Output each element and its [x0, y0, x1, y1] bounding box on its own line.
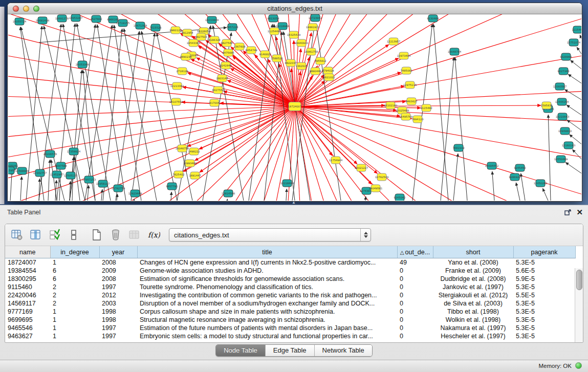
- graph-node[interactable]: 9097588: [55, 162, 67, 169]
- graph-node[interactable]: 9146821: [259, 51, 271, 58]
- cell-title[interactable]: Embryonic stem cells: a model to study s…: [137, 332, 397, 340]
- cell-short[interactable]: Nakamura et al. (1997): [433, 324, 513, 332]
- graph-node[interactable]: 12923448: [128, 190, 142, 197]
- graph-node[interactable]: 12342757: [33, 169, 47, 177]
- graph-node[interactable]: 14671368: [134, 22, 147, 29]
- cell-out-degree[interactable]: 0: [397, 291, 433, 299]
- graph-node[interactable]: 8454749: [245, 47, 257, 54]
- cell-short[interactable]: Yano et al. (2008): [433, 258, 513, 267]
- cell-pagerank[interactable]: 5.3E-5: [513, 316, 575, 324]
- graph-node[interactable]: 11254490: [268, 28, 281, 35]
- cell-title[interactable]: Disruption of a novel member of a sodium…: [137, 299, 397, 308]
- cell-out-degree[interactable]: 0: [397, 283, 433, 291]
- cell-name[interactable]: 19384554: [5, 267, 50, 275]
- cell-name[interactable]: 9699695: [5, 316, 50, 324]
- tab-network-table[interactable]: Network Table: [315, 345, 372, 356]
- cell-out-degree[interactable]: 0: [397, 275, 433, 283]
- cell-year[interactable]: 2012: [99, 291, 137, 299]
- graph-node[interactable]: 12505135: [64, 172, 77, 179]
- graph-node[interactable]: 16648784: [448, 48, 462, 55]
- table-scrollbar[interactable]: [575, 268, 583, 343]
- cell-title[interactable]: Corpus callosum shape and size in male p…: [137, 308, 397, 316]
- cell-year[interactable]: 1997: [99, 332, 137, 340]
- cell-short[interactable]: Wolkin et al. (1998): [433, 316, 513, 324]
- tab-node-table[interactable]: Node Table: [216, 345, 266, 356]
- cell-year[interactable]: 2009: [99, 267, 137, 275]
- graph-node[interactable]: 1595835: [540, 102, 552, 109]
- graph-node[interactable]: 7485063: [400, 67, 412, 74]
- cell-name[interactable]: 22420046: [5, 291, 50, 299]
- cell-short[interactable]: Jankovic et al. (1997): [433, 283, 513, 291]
- cell-short[interactable]: Hescheler et al. (1997): [433, 332, 513, 340]
- graph-node[interactable]: 17957253: [82, 176, 96, 183]
- cell-name[interactable]: 18300295: [5, 275, 50, 283]
- selection-mode-icon[interactable]: [48, 228, 61, 242]
- column-header-year[interactable]: year: [99, 246, 137, 258]
- column-header-title[interactable]: title: [137, 246, 397, 258]
- cell-name[interactable]: 18724007: [5, 258, 50, 267]
- cell-pagerank[interactable]: 5.3E-5: [513, 299, 575, 308]
- graph-node[interactable]: 9245042: [394, 194, 405, 201]
- cell-in-degree[interactable]: 2: [50, 291, 99, 299]
- row-height-icon[interactable]: [67, 228, 80, 242]
- cell-out-degree[interactable]: 0: [397, 316, 433, 324]
- graph-node[interactable]: 7955812: [314, 57, 326, 64]
- cell-title[interactable]: Estimation of significance thresholds fo…: [137, 275, 397, 283]
- graph-node[interactable]: 16543382: [187, 39, 200, 47]
- cell-short[interactable]: de Silva et al. (2003): [433, 299, 513, 308]
- graph-node[interactable]: 10694452: [485, 162, 498, 169]
- graph-node[interactable]: 12975115: [403, 81, 417, 89]
- memory-ok-icon[interactable]: [575, 362, 582, 369]
- cell-short[interactable]: Tibbo et al. (1998): [433, 308, 513, 316]
- cell-year[interactable]: 1998: [99, 316, 137, 324]
- table-selector-dropdown[interactable]: citations_edges.txt: [169, 228, 371, 242]
- graph-node[interactable]: 10762549: [375, 173, 388, 181]
- graph-node[interactable]: 12213383: [170, 82, 184, 90]
- table-row[interactable]: 946554611997Estimation of the future num…: [5, 324, 575, 332]
- graph-node[interactable]: 8475685: [222, 49, 234, 56]
- graph-node[interactable]: 9857791: [166, 183, 178, 190]
- column-header-out-degree[interactable]: △out_de...: [397, 246, 433, 258]
- cell-short[interactable]: Franke et al. (2009): [433, 267, 513, 275]
- table-row[interactable]: 946362711997Embryonic stem cells: a mode…: [5, 332, 575, 340]
- graph-node[interactable]: 12093587: [553, 83, 567, 90]
- graph-node[interactable]: 11451947: [50, 171, 63, 178]
- graph-node[interactable]: 7857224: [226, 24, 238, 31]
- graph-node[interactable]: 9286922: [509, 173, 520, 181]
- float-panel-icon[interactable]: [564, 209, 572, 216]
- cell-out-degree[interactable]: 0: [397, 267, 433, 275]
- cell-pagerank[interactable]: 5.3E-5: [513, 308, 575, 316]
- cell-title[interactable]: Estimation of the future numbers of pati…: [137, 324, 397, 332]
- cell-in-degree[interactable]: 2: [50, 299, 99, 308]
- delete-table-icon[interactable]: [128, 228, 141, 242]
- column-header-pagerank[interactable]: pagerank: [513, 246, 575, 258]
- graph-node[interactable]: 16102160: [384, 102, 397, 109]
- cell-name[interactable]: 9115460: [5, 283, 50, 291]
- table-row[interactable]: 1830029562008Estimation of significance …: [5, 275, 575, 283]
- graph-hub-node[interactable]: 18724007: [288, 102, 301, 111]
- graph-node[interactable]: 9890234: [180, 53, 192, 60]
- cell-in-degree[interactable]: 1: [50, 258, 99, 267]
- scrollbar-thumb[interactable]: [576, 270, 582, 290]
- cell-title[interactable]: Structural magnetic resonance image aver…: [137, 316, 397, 324]
- graph-node[interactable]: 1115440: [572, 26, 581, 33]
- graph-node[interactable]: 1527602: [90, 15, 102, 23]
- network-window-titlebar[interactable]: citations_edges.txt: [8, 3, 582, 14]
- graph-node[interactable]: 18107554: [169, 98, 183, 105]
- graph-node[interactable]: 15723942: [309, 14, 322, 21]
- graph-node[interactable]: 7515526: [149, 24, 161, 31]
- cell-out-degree[interactable]: 0: [397, 332, 433, 340]
- graph-node[interactable]: 1588520: [271, 55, 282, 62]
- graph-node[interactable]: 20691406: [36, 17, 49, 24]
- graph-node[interactable]: 1621022: [323, 74, 335, 81]
- cell-year[interactable]: 1997: [99, 324, 137, 332]
- cell-title[interactable]: Genome-wide association studies in ADHD.: [137, 267, 397, 275]
- cell-name[interactable]: 14569117: [5, 299, 50, 308]
- graph-node[interactable]: 9227343: [557, 68, 569, 75]
- graph-node[interactable]: 9245450: [514, 164, 526, 171]
- graph-node[interactable]: 12450262: [534, 180, 547, 187]
- cell-pagerank[interactable]: 5.5E-5: [513, 291, 575, 299]
- graph-node[interactable]: 10949810: [558, 127, 572, 135]
- graph-node[interactable]: 10719155: [116, 19, 129, 27]
- graph-node[interactable]: 11568689: [15, 167, 29, 174]
